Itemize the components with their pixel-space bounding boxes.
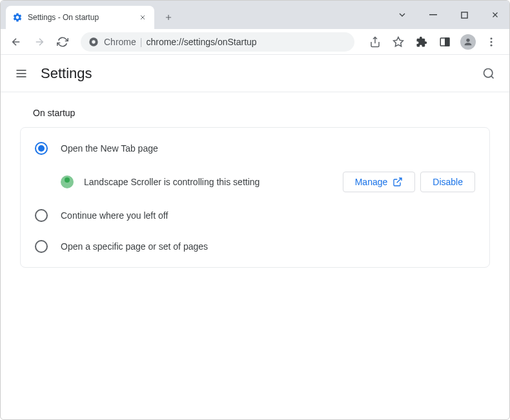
svg-point-10 xyxy=(491,44,493,46)
svg-point-8 xyxy=(491,37,493,39)
maximize-icon[interactable] xyxy=(455,6,473,24)
svg-point-3 xyxy=(92,40,95,43)
svg-point-14 xyxy=(484,68,493,77)
back-button[interactable] xyxy=(6,32,26,52)
window-titlebar: Settings - On startup xyxy=(1,1,509,29)
extension-icon xyxy=(61,175,74,188)
settings-header: Settings xyxy=(1,55,509,92)
extension-notice-row: Landscape Scroller is controlling this s… xyxy=(21,164,489,200)
browser-tab[interactable]: Settings - On startup xyxy=(6,6,154,29)
chevron-down-icon[interactable] xyxy=(393,6,411,24)
radio-continue-left-off[interactable]: Continue where you left off xyxy=(21,200,489,231)
section-title: On startup xyxy=(20,108,490,118)
radio-icon xyxy=(35,209,48,222)
close-window-icon[interactable] xyxy=(486,6,504,24)
url-text: Chrome | chrome://settings/onStartup xyxy=(104,37,257,47)
extension-message: Landscape Scroller is controlling this s… xyxy=(84,177,332,187)
chrome-icon xyxy=(88,37,99,47)
radio-label: Continue where you left off xyxy=(61,210,168,221)
menu-dots-icon[interactable] xyxy=(484,34,499,50)
extension-actions: Manage Disable xyxy=(343,172,475,192)
forward-button[interactable] xyxy=(29,32,50,52)
svg-point-9 xyxy=(491,41,493,43)
page-title: Settings xyxy=(41,65,92,82)
svg-line-15 xyxy=(491,75,494,78)
share-icon[interactable] xyxy=(367,34,383,50)
svg-marker-4 xyxy=(394,37,403,46)
tab-title: Settings - On startup xyxy=(28,13,132,22)
manage-button[interactable]: Manage xyxy=(343,172,416,192)
extensions-puzzle-icon[interactable] xyxy=(414,34,429,50)
new-tab-button[interactable] xyxy=(159,8,178,26)
address-bar[interactable]: Chrome | chrome://settings/onStartup xyxy=(81,32,354,52)
svg-point-7 xyxy=(466,38,469,41)
window-controls xyxy=(393,1,509,29)
toolbar-actions xyxy=(362,34,504,50)
radio-label: Open the New Tab page xyxy=(61,143,158,154)
search-icon[interactable] xyxy=(481,66,496,81)
svg-rect-0 xyxy=(429,14,437,15)
profile-avatar-icon[interactable] xyxy=(460,34,476,50)
svg-rect-1 xyxy=(461,12,467,17)
sidepanel-icon[interactable] xyxy=(437,34,453,50)
radio-icon xyxy=(35,240,48,253)
reload-button[interactable] xyxy=(52,32,73,52)
radio-open-new-tab[interactable]: Open the New Tab page xyxy=(21,133,489,164)
settings-content: On startup Open the New Tab page Landsca… xyxy=(1,92,509,283)
hamburger-menu-icon[interactable] xyxy=(14,66,29,81)
radio-icon xyxy=(35,142,48,155)
svg-rect-6 xyxy=(445,38,449,46)
open-external-icon xyxy=(393,177,403,187)
startup-card: Open the New Tab page Landscape Scroller… xyxy=(20,127,490,268)
disable-button[interactable]: Disable xyxy=(420,172,475,192)
bookmark-star-icon[interactable] xyxy=(391,34,406,50)
close-tab-icon[interactable] xyxy=(138,12,148,23)
browser-toolbar: Chrome | chrome://settings/onStartup xyxy=(1,29,509,55)
radio-label: Open a specific page or set of pages xyxy=(61,241,208,252)
settings-gear-icon xyxy=(12,12,23,23)
radio-specific-pages[interactable]: Open a specific page or set of pages xyxy=(21,231,489,262)
minimize-icon[interactable] xyxy=(424,6,442,24)
